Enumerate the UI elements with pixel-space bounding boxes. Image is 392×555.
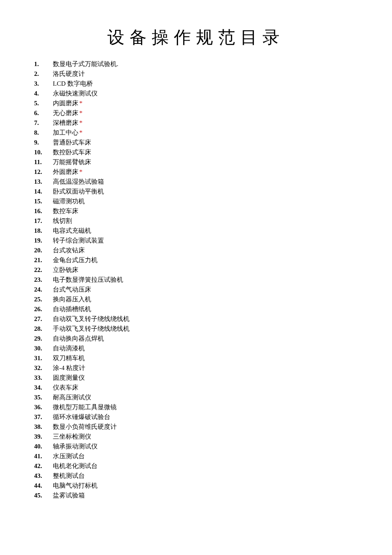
list-item: 35.耐高压测试仪 bbox=[34, 393, 358, 402]
item-text: 双刀精车机 bbox=[53, 353, 85, 363]
item-number: 8. bbox=[34, 128, 53, 138]
item-number: 24. bbox=[34, 285, 53, 295]
list-item: 18.电容式充磁机 bbox=[34, 226, 358, 236]
item-text: 数显小负荷维氏硬度计 bbox=[53, 422, 117, 432]
list-item: 22.立卧铣床 bbox=[34, 265, 358, 275]
list-item: 9.普通卧式车床 bbox=[34, 138, 358, 147]
item-text: 电机老化测试台 bbox=[53, 461, 98, 471]
item-number: 34. bbox=[34, 383, 53, 393]
item-text: 换向器压入机 bbox=[53, 295, 91, 304]
list-item: 21.金龟台式压力机 bbox=[34, 255, 358, 265]
item-text: 涂-4 粘度计 bbox=[53, 363, 85, 373]
item-text: 转子综合测试装置 bbox=[53, 236, 104, 246]
list-item: 43.整机测试台 bbox=[34, 471, 358, 481]
asterisk-icon: * bbox=[79, 128, 83, 138]
list-item: 5.内圆磨床 * bbox=[34, 98, 358, 108]
item-number: 14. bbox=[34, 187, 53, 197]
item-number: 40. bbox=[34, 442, 53, 451]
item-text: 内圆磨床 bbox=[53, 98, 78, 108]
list-item: 36.微机型万能工具显微镜 bbox=[34, 402, 358, 412]
item-number: 3. bbox=[34, 79, 53, 89]
item-text: 水压测试台 bbox=[53, 451, 85, 461]
list-item: 31.双刀精车机 bbox=[34, 353, 358, 363]
asterisk-icon: * bbox=[79, 108, 83, 118]
list-item: 28.手动双飞叉转子绕线绕线机 bbox=[34, 324, 358, 334]
item-text: 三坐标检测仪 bbox=[53, 432, 91, 442]
list-item: 3.LCD 数字电桥 bbox=[34, 79, 358, 89]
item-text: 盐雾试验箱 bbox=[53, 491, 85, 500]
item-number: 26. bbox=[34, 304, 53, 314]
item-text: 仪表车床 bbox=[53, 383, 78, 393]
item-number: 22. bbox=[34, 265, 53, 275]
list-item: 37.循环水锤爆破试验台 bbox=[34, 412, 358, 422]
list-item: 45.盐雾试验箱 bbox=[34, 491, 358, 500]
list-item: 39.三坐标检测仪 bbox=[34, 432, 358, 442]
item-text: 圆度测量仪 bbox=[53, 373, 85, 383]
item-text: 金龟台式压力机 bbox=[53, 255, 98, 265]
page-title: 设备操作规范目录 bbox=[34, 26, 358, 49]
item-number: 17. bbox=[34, 216, 53, 226]
list-item: 33.圆度测量仪 bbox=[34, 373, 358, 383]
item-number: 42. bbox=[34, 461, 53, 471]
item-text: 外圆磨床 bbox=[53, 167, 78, 177]
item-number: 6. bbox=[34, 108, 53, 118]
item-number: 12. bbox=[34, 167, 53, 177]
item-number: 32. bbox=[34, 363, 53, 373]
list-item: 7.深槽磨床* bbox=[34, 118, 358, 128]
item-number: 30. bbox=[34, 344, 53, 353]
item-number: 2. bbox=[34, 69, 53, 79]
item-text: 电容式充磁机 bbox=[53, 226, 91, 236]
list-item: 24.台式气动压床 bbox=[34, 285, 358, 295]
item-number: 21. bbox=[34, 255, 53, 265]
list-item: 11.万能摇臂铣床 bbox=[34, 157, 358, 167]
list-item: 4.永磁快速测试仪 bbox=[34, 89, 358, 98]
item-number: 36. bbox=[34, 402, 53, 412]
item-number: 43. bbox=[34, 471, 53, 481]
list-item: 1.数显电子式万能试验机. bbox=[34, 59, 358, 69]
item-text: 数控卧式车床 bbox=[53, 147, 91, 157]
item-text: 轴承振动测试仪 bbox=[53, 442, 98, 451]
item-number: 27. bbox=[34, 314, 53, 324]
item-number: 38. bbox=[34, 422, 53, 432]
list-item: 30.自动滴漆机 bbox=[34, 344, 358, 353]
asterisk-icon: * bbox=[79, 98, 83, 108]
item-text: 自动滴漆机 bbox=[53, 344, 85, 353]
list-item: 19.转子综合测试装置 bbox=[34, 236, 358, 246]
item-number: 29. bbox=[34, 334, 53, 344]
list-item: 12.外圆磨床 * bbox=[34, 167, 358, 177]
item-number: 25. bbox=[34, 295, 53, 304]
item-number: 41. bbox=[34, 451, 53, 461]
item-number: 33. bbox=[34, 373, 53, 383]
item-text: 立卧铣床 bbox=[53, 265, 78, 275]
list-item: 14.卧式双面动平衡机 bbox=[34, 187, 358, 197]
item-number: 31. bbox=[34, 353, 53, 363]
item-text: 电子数显弹簧拉压试验机 bbox=[53, 275, 123, 285]
asterisk-icon: * bbox=[79, 118, 83, 128]
item-number: 1. bbox=[34, 59, 53, 69]
asterisk-icon: * bbox=[79, 167, 83, 177]
item-text: 微机型万能工具显微镜 bbox=[53, 402, 117, 412]
list-item: 13.高低温湿热试验箱 bbox=[34, 177, 358, 187]
item-number: 39. bbox=[34, 432, 53, 442]
item-number: 4. bbox=[34, 89, 53, 98]
item-number: 37. bbox=[34, 412, 53, 422]
item-number: 13. bbox=[34, 177, 53, 187]
list-item: 32.涂-4 粘度计 bbox=[34, 363, 358, 373]
item-text: 耐高压测试仪 bbox=[53, 393, 91, 402]
item-text: 手动双飞叉转子绕线绕线机 bbox=[53, 324, 130, 334]
list-item: 23.电子数显弹簧拉压试验机 bbox=[34, 275, 358, 285]
item-text: 深槽磨床 bbox=[53, 118, 78, 128]
list-item: 27.自动双飞叉转子绕线绕线机 bbox=[34, 314, 358, 324]
item-text: 自动插槽纸机 bbox=[53, 304, 91, 314]
item-text: 磁滞测功机 bbox=[53, 197, 85, 206]
item-text: 自动换向器点焊机 bbox=[53, 334, 104, 344]
list-item: 16.数控车床 bbox=[34, 206, 358, 216]
item-text: 洛氏硬度计 bbox=[53, 69, 85, 79]
item-text: 高低温湿热试验箱 bbox=[53, 177, 104, 187]
item-number: 18. bbox=[34, 226, 53, 236]
list-item: 34.仪表车床 bbox=[34, 383, 358, 393]
item-text: 万能摇臂铣床 bbox=[53, 157, 91, 167]
list-item: 17.线切割 bbox=[34, 216, 358, 226]
item-number: 23. bbox=[34, 275, 53, 285]
list-item: 15.磁滞测功机 bbox=[34, 197, 358, 206]
